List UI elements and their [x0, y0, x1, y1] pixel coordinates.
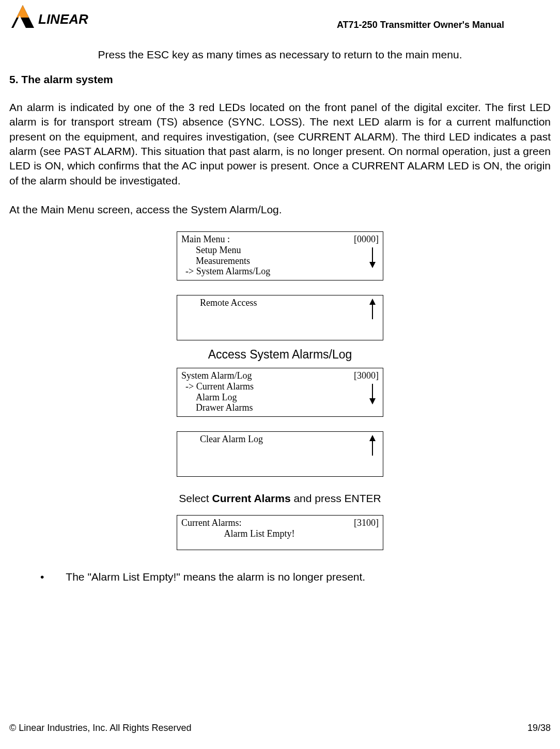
menu-main-item-2: -> System Alarms/Log: [181, 266, 379, 277]
caption-select-post: and press ENTER: [291, 492, 381, 504]
menu-box-main-cont: Remote Access: [177, 295, 383, 340]
page-footer: © Linear Industries, Inc. All Rights Res…: [9, 723, 551, 734]
menu-sys-item-0: -> Current Alarms: [181, 381, 379, 392]
arrow-down-icon: [368, 246, 377, 268]
caption-access: Access System Alarms/Log: [172, 348, 388, 362]
menu-box-main: Main Menu : [0000] Setup Menu Measuremen…: [177, 231, 383, 280]
section-heading: 5. The alarm system: [9, 73, 551, 86]
svg-text:LINEAR: LINEAR: [38, 11, 88, 27]
doc-title: AT71-250 Transmitter Owner's Manual: [337, 20, 504, 30]
menu-sys-title: System Alarm/Log: [181, 370, 252, 381]
arrow-up-icon: [368, 435, 377, 457]
caption-select-bold: Current Alarms: [212, 492, 291, 504]
caption-select-pre: Select: [179, 492, 212, 504]
linear-logo-icon: LINEAR: [9, 4, 102, 31]
brand-logo: LINEAR: [9, 4, 102, 31]
svg-marker-1: [17, 5, 29, 18]
menu-main-cont-line: Remote Access: [181, 298, 379, 308]
bullet-text: The "Alarm List Empty!" means the alarm …: [66, 571, 365, 583]
menu-sys-code: [3000]: [354, 370, 379, 381]
arrow-up-icon: [368, 299, 377, 320]
menu-sys-cont-line: Clear Alarm Log: [181, 434, 379, 445]
menu-sys-item-1: Alarm Log: [181, 392, 379, 403]
footer-page-number: 19/38: [527, 723, 551, 734]
footer-copyright: © Linear Industries, Inc. All Rights Res…: [9, 723, 191, 734]
menu-main-title: Main Menu :: [181, 234, 230, 245]
bullet-item: • The "Alarm List Empty!" means the alar…: [40, 571, 551, 583]
intro-text: Press the ESC key as many times as neces…: [47, 49, 512, 61]
svg-marker-5: [369, 262, 376, 268]
menu-cur-title: Current Alarms:: [181, 518, 241, 528]
menu-box-system-alarm: System Alarm/Log [3000] -> Current Alarm…: [177, 368, 383, 417]
menu-main-item-1: Measurements: [181, 256, 379, 267]
menu-box-current-alarms: Current Alarms: [3100] Alarm List Empty!: [177, 515, 383, 550]
bullet-dot-icon: •: [40, 571, 44, 582]
paragraph-1: An alarm is indicated by one of the 3 re…: [9, 100, 551, 188]
page-header: LINEAR AT71-250 Transmitter Owner's Manu…: [9, 0, 551, 35]
paragraph-2: At the Main Menu screen, access the Syst…: [9, 202, 551, 217]
menu-cur-line: Alarm List Empty!: [181, 528, 379, 539]
arrow-down-icon: [368, 383, 377, 404]
svg-marker-9: [369, 398, 376, 404]
menu-main-item-0: Setup Menu: [181, 245, 379, 256]
menu-main-code: [0000]: [354, 234, 379, 245]
caption-select: Select Current Alarms and press ENTER: [172, 492, 388, 505]
menu-diagram-column: Main Menu : [0000] Setup Menu Measuremen…: [172, 231, 388, 550]
menu-cur-code: [3100]: [354, 518, 379, 528]
menu-sys-item-2: Drawer Alarms: [181, 402, 379, 413]
menu-box-system-alarm-cont: Clear Alarm Log: [177, 431, 383, 477]
